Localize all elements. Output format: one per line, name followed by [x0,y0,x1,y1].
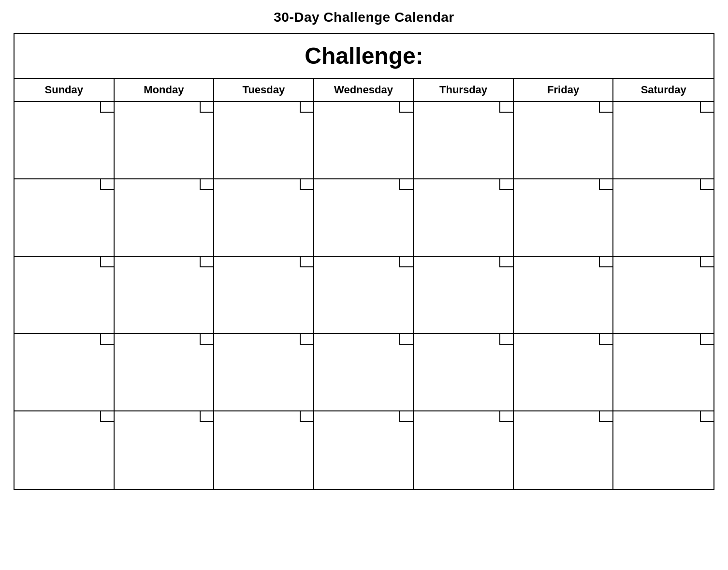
cell-1-6[interactable] [514,102,614,178]
cell-5-2[interactable] [115,411,215,489]
day-header-friday: Friday [514,79,614,101]
cell-1-4[interactable] [314,102,414,178]
cell-4-5[interactable] [414,334,514,410]
cell-2-5[interactable] [414,179,514,256]
cell-5-7[interactable] [613,411,713,489]
cell-4-3[interactable] [214,334,314,410]
challenge-header: Challenge: [15,34,713,79]
cell-4-7[interactable] [613,334,713,410]
cell-5-3[interactable] [214,411,314,489]
day-header-monday: Monday [115,79,215,101]
cell-3-7[interactable] [613,257,713,333]
challenge-header-text: Challenge: [305,43,423,69]
cell-1-7[interactable] [613,102,713,178]
day-header-saturday: Saturday [613,79,713,101]
cell-3-2[interactable] [115,257,215,333]
cell-4-1[interactable] [15,334,115,410]
cell-4-6[interactable] [514,334,614,410]
calendar-row-4 [15,334,713,411]
cell-3-4[interactable] [314,257,414,333]
cell-1-3[interactable] [214,102,314,178]
cell-4-2[interactable] [115,334,215,410]
cell-1-1[interactable] [15,102,115,178]
cell-1-2[interactable] [115,102,215,178]
cell-3-5[interactable] [414,257,514,333]
cell-2-4[interactable] [314,179,414,256]
day-header-sunday: Sunday [15,79,115,101]
cell-2-1[interactable] [15,179,115,256]
calendar-grid [15,102,713,489]
cell-2-2[interactable] [115,179,215,256]
cell-3-6[interactable] [514,257,614,333]
calendar-row-3 [15,257,713,334]
days-header: Sunday Monday Tuesday Wednesday Thursday… [15,79,713,102]
day-header-wednesday: Wednesday [314,79,414,101]
calendar-row-2 [15,179,713,257]
cell-4-4[interactable] [314,334,414,410]
cell-3-1[interactable] [15,257,115,333]
calendar-row-1 [15,102,713,179]
page-title: 30-Day Challenge Calendar [274,10,454,25]
cell-2-6[interactable] [514,179,614,256]
cell-1-5[interactable] [414,102,514,178]
cell-5-4[interactable] [314,411,414,489]
day-header-thursday: Thursday [414,79,514,101]
calendar-row-5 [15,411,713,489]
cell-2-3[interactable] [214,179,314,256]
cell-5-5[interactable] [414,411,514,489]
cell-2-7[interactable] [613,179,713,256]
day-header-tuesday: Tuesday [214,79,314,101]
cell-5-6[interactable] [514,411,614,489]
calendar-container: Challenge: Sunday Monday Tuesday Wednesd… [14,33,714,490]
cell-5-1[interactable] [15,411,115,489]
cell-3-3[interactable] [214,257,314,333]
